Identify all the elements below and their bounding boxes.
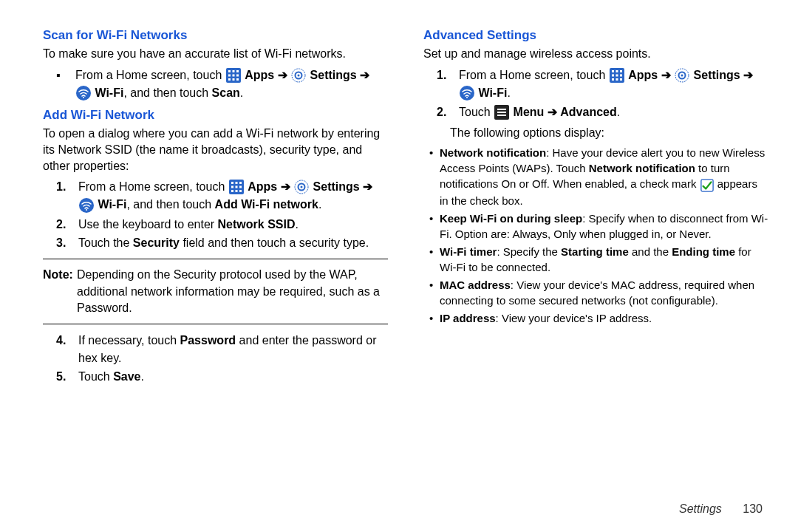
opt-wifi-timer: • Wi-Fi timer: Specify the Starting time… <box>423 244 768 275</box>
scan-step: ▪ From a Home screen, touch Apps ➔ Setti… <box>43 66 388 103</box>
settings-label: Settings <box>313 180 360 193</box>
apps-icon <box>226 67 241 84</box>
option-title: Wi-Fi timer <box>440 245 497 258</box>
security-label: Security <box>133 236 180 249</box>
wifi-icon <box>76 85 91 102</box>
text: From a Home screen, touch <box>78 180 228 193</box>
text: : Specify the <box>497 245 561 258</box>
divider <box>43 259 388 259</box>
heading-add: Add Wi-Fi Network <box>43 108 388 123</box>
text: and the <box>629 245 672 258</box>
option-text: IP address: View your device's IP addres… <box>440 310 652 326</box>
bullet-icon: • <box>429 211 440 242</box>
settings-icon <box>675 67 689 84</box>
arrow-icon: ➔ <box>363 180 372 193</box>
opt-keep-wifi-sleep: • Keep Wi-Fi on during sleep: Specify wh… <box>423 211 768 242</box>
step-number: 2. <box>56 216 78 233</box>
option-text: Wi-Fi timer: Specify the Starting time a… <box>440 244 768 275</box>
option-text: Network notification: Have your device a… <box>440 145 768 208</box>
menu-label: Menu <box>514 106 545 118</box>
para-scan: To make sure you have an accurate list o… <box>43 46 388 62</box>
right-column: Advanced Settings Set up and manage wire… <box>406 22 768 517</box>
para-add: To open a dialog where you can add a Wi-… <box>43 126 388 174</box>
step-text: Touch the Security field and then touch … <box>78 234 369 251</box>
bullet-icon: • <box>429 277 440 308</box>
apps-label: Apps <box>248 180 277 193</box>
step-text: Touch Menu ➔ Advanced. <box>459 103 620 121</box>
adv-step-1: 1. From a Home screen, touch Apps ➔ Sett… <box>423 66 768 103</box>
option-title: IP address <box>440 312 496 324</box>
text: Use the keyboard to enter <box>78 218 218 231</box>
text: : View your device's IP address. <box>496 312 652 324</box>
left-column: Scan for Wi-Fi Networks To make sure you… <box>43 22 406 517</box>
square-bullet: ▪ <box>56 66 75 103</box>
add-wifi-label: Add Wi-Fi network <box>215 198 318 211</box>
apps-icon <box>229 179 244 196</box>
step-number: 1. <box>56 178 78 214</box>
ssid-label: Network SSID <box>218 218 296 231</box>
note-text: Depending on the Security protocol used … <box>77 267 388 316</box>
settings-label: Settings <box>310 69 357 81</box>
scan-label: Scan <box>212 86 240 99</box>
bullet-icon: • <box>429 244 440 275</box>
step-text: If necessary, touch Password and enter t… <box>78 332 388 366</box>
add-step-4: 4. If necessary, touch Password and ente… <box>43 332 388 366</box>
add-step-2: 2. Use the keyboard to enter Network SSI… <box>43 216 388 233</box>
end-time-label: Ending time <box>672 245 735 258</box>
opt-mac-address: • MAC address: View your device's MAC ad… <box>423 277 768 308</box>
add-step-3: 3. Touch the Security field and then tou… <box>43 234 388 251</box>
wifi-label: Wi-Fi <box>98 198 126 211</box>
step-number: 5. <box>56 368 78 385</box>
note-block: Note: Depending on the Security protocol… <box>43 267 388 316</box>
option-text: Keep Wi-Fi on during sleep: Specify when… <box>440 211 768 242</box>
divider <box>43 324 388 324</box>
step-text: From a Home screen, touch Apps ➔ Setting… <box>78 178 388 214</box>
option-title: Network notification <box>440 146 546 159</box>
text: From a Home screen, touch <box>75 69 225 81</box>
apps-icon <box>610 67 624 84</box>
wifi-label: Wi-Fi <box>478 86 507 99</box>
text: Touch <box>459 106 494 118</box>
adv-step-2: 2. Touch Menu ➔ Advanced. <box>423 103 768 121</box>
text: Touch the <box>78 236 133 249</box>
opt-ip-address: • IP address: View your device's IP addr… <box>423 310 768 326</box>
wifi-icon <box>460 85 474 102</box>
step-text: Touch Save. <box>78 368 144 385</box>
step-number: 1. <box>437 66 459 103</box>
advanced-label: Advanced <box>560 106 616 118</box>
settings-icon <box>291 67 306 84</box>
heading-advanced: Advanced Settings <box>423 28 768 43</box>
text: From a Home screen, touch <box>459 69 609 81</box>
wifi-icon <box>79 197 94 214</box>
opt-network-notification: • Network notification: Have your device… <box>423 145 768 208</box>
text: If necessary, touch <box>78 334 180 347</box>
bullet-icon: • <box>429 145 440 208</box>
manual-page: Scan for Wi-Fi Networks To make sure you… <box>0 0 798 532</box>
step-text: Use the keyboard to enter Network SSID. <box>78 216 299 233</box>
arrow-icon: ➔ <box>360 69 369 81</box>
step-text: From a Home screen, touch Apps ➔ Setting… <box>459 66 768 103</box>
arrow-icon: ➔ <box>278 69 287 81</box>
para-following: The following options display: <box>423 125 768 141</box>
apps-label: Apps <box>245 69 274 81</box>
option-title: MAC address <box>440 279 511 291</box>
step-number: 2. <box>437 103 459 121</box>
arrow-icon: ➔ <box>548 106 557 118</box>
password-label: Password <box>180 334 236 347</box>
page-footer: Settings 130 <box>679 502 763 516</box>
footer-page-number: 130 <box>743 502 763 515</box>
heading-scan: Scan for Wi-Fi Networks <box>43 28 388 43</box>
text: , and then touch <box>123 86 211 99</box>
scan-step-text: From a Home screen, touch Apps ➔ Setting… <box>75 66 388 103</box>
menu-icon <box>494 104 509 121</box>
start-time-label: Starting time <box>561 245 629 258</box>
checkmark-icon <box>700 177 714 193</box>
option-ref: Network notification <box>589 162 695 174</box>
wifi-label: Wi-Fi <box>95 86 123 99</box>
settings-label: Settings <box>694 69 740 81</box>
option-title: Keep Wi-Fi on during sleep <box>440 212 582 225</box>
arrow-icon: ➔ <box>281 180 290 193</box>
apps-label: Apps <box>628 69 658 81</box>
arrow-icon: ➔ <box>661 69 671 81</box>
option-text: MAC address: View your device's MAC addr… <box>440 277 768 308</box>
